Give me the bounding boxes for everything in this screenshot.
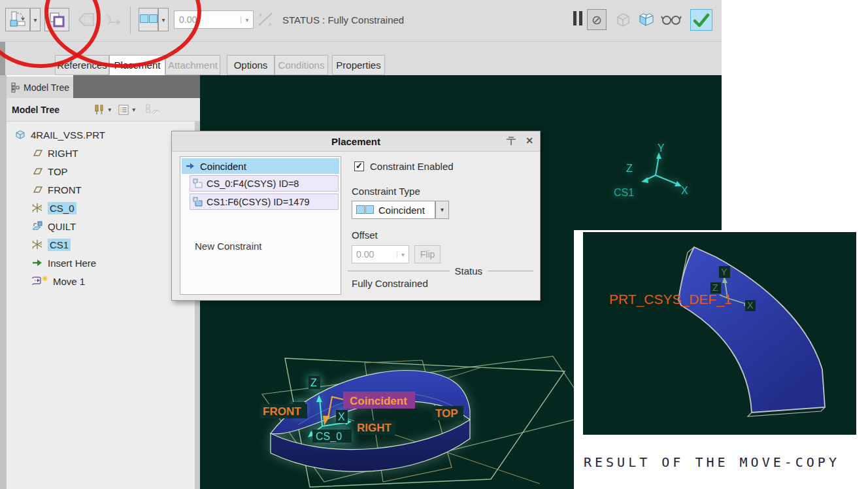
constraint-reference-2[interactable]: CS1:F6(CSYS) ID=1479: [190, 194, 339, 210]
coincident-callout-text: Coincident: [350, 395, 407, 407]
paste-button-disabled: [73, 8, 99, 31]
constraint-row-selected[interactable]: Coincident: [182, 158, 339, 174]
offset-value-field[interactable]: 0.00 ▾: [174, 10, 254, 29]
tree-item-move1[interactable]: ✳ Move 1: [7, 272, 195, 290]
wireframe-cube-icon: [614, 11, 631, 28]
constraint-reference-1[interactable]: CS_0:F4(CSYS) ID=8: [190, 175, 339, 192]
datum-plane-icon: [31, 165, 43, 177]
paste-special-icon: [105, 11, 123, 28]
quilt-icon: [31, 220, 43, 232]
svg-text:z: z: [32, 209, 34, 213]
right-plane-label[interactable]: RIGHT: [357, 422, 392, 434]
csys-ref-icon: [193, 197, 203, 207]
no-preview-icon: ⊘: [592, 12, 602, 27]
glasses-preview-button[interactable]: [660, 8, 682, 31]
tree-item-label: Insert Here: [48, 258, 96, 269]
move-copy-icon: [8, 10, 27, 29]
tree-item-part[interactable]: 4RAIL_VSS.PRT: [7, 126, 195, 144]
paste-icon: [76, 11, 96, 28]
datum-plane-icon: [31, 147, 43, 159]
paste-special-button-disabled: [102, 8, 125, 31]
result-csys-label: PRT_CSYS_DEF_1: [609, 292, 732, 307]
tree-item-cs1[interactable]: y z x CS1: [7, 235, 195, 254]
placement-dialog-titlebar[interactable]: Placement: [172, 131, 540, 152]
chevron-down-icon[interactable]: ▾: [108, 106, 111, 113]
tab-references[interactable]: References: [55, 55, 109, 75]
wireframe-preview-button-disabled: [613, 8, 633, 31]
tree-item-right-plane[interactable]: RIGHT: [7, 144, 195, 162]
tree-item-label: TOP: [48, 166, 68, 177]
tab-placement[interactable]: Placement: [109, 55, 165, 75]
tree-item-label: RIGHT: [48, 148, 78, 159]
new-constraint-item[interactable]: New Constraint: [195, 241, 262, 252]
tree-item-top-plane[interactable]: TOP: [7, 162, 195, 180]
chevron-down-icon[interactable]: ▾: [132, 106, 135, 113]
result-axis-y-label: Y: [721, 267, 727, 277]
constraint-type-quick-button[interactable]: [139, 8, 158, 31]
constraint-enabled-checkbox[interactable]: ✓: [354, 161, 364, 171]
tree-filters-icon[interactable]: [118, 104, 129, 116]
tree-item-label: Move 1: [53, 276, 85, 287]
chevron-down-icon: ▾: [397, 251, 409, 258]
coincident-icon: [356, 205, 374, 216]
tree-item-label: QUILT: [48, 221, 76, 232]
placement-dialog: Placement ✕ Coincident CS_0:F4(CSYS) ID=…: [171, 131, 541, 301]
cs0-label[interactable]: CS_0: [316, 431, 342, 443]
window-edge-strip: [0, 42, 5, 75]
constraint-type-dropdown-arrow[interactable]: ▾: [435, 201, 449, 219]
offset-input-value: 0.00: [352, 249, 397, 260]
tree-item-insert-here[interactable]: Insert Here: [7, 254, 195, 272]
model-tree-panel-tab[interactable]: Model Tree: [7, 76, 73, 98]
move-copy-dropdown[interactable]: ▾: [30, 8, 41, 31]
close-icon[interactable]: ✕: [526, 135, 533, 146]
front-plane-label[interactable]: FRONT: [263, 405, 301, 418]
tree-tools-icon[interactable]: [93, 104, 105, 116]
constraint-list[interactable]: Coincident CS_0:F4(CSYS) ID=8 CS1:F6(CSY…: [180, 156, 341, 295]
tree-item-quilt[interactable]: QUILT: [7, 217, 195, 235]
pause-button[interactable]: [570, 8, 586, 31]
svg-text:z: z: [32, 246, 34, 250]
constraint-type-combobox[interactable]: Coincident: [352, 201, 435, 219]
constraint-reference-label: CS1:F6(CSYS) ID=1479: [207, 197, 310, 207]
csys-ref-icon: [193, 178, 203, 189]
tab-conditions: Conditions: [275, 55, 328, 75]
status-group-label: Status: [455, 265, 483, 277]
toolbar-separator: [130, 7, 131, 34]
cs1-label[interactable]: CS1: [614, 187, 634, 198]
tab-options[interactable]: Options: [227, 55, 275, 75]
chevron-down-icon[interactable]: ▾: [241, 16, 253, 24]
chevron-down-icon: ▾: [161, 16, 165, 24]
coincident-icon: [140, 14, 158, 25]
model-tree-title: Model Tree: [12, 105, 59, 115]
constraint-arrow-icon: [186, 162, 195, 170]
result-inset-image: Y Z X PRT_CSYS_DEF_1: [583, 232, 856, 435]
constraint-type-quick-dropdown[interactable]: ▾: [158, 8, 169, 31]
model-tree-tab-label: Model Tree: [24, 82, 69, 93]
screenshot-stage: ▾ ▾ 0.00 ▾ ST: [0, 0, 868, 489]
result-part-body: [678, 247, 825, 416]
top-plane-label[interactable]: TOP: [435, 407, 458, 420]
geometry-preview-button[interactable]: [637, 8, 656, 31]
pause-icon: [572, 11, 584, 28]
tab-properties[interactable]: Properties: [332, 55, 385, 75]
copy-icon: [48, 10, 66, 29]
pin-icon[interactable]: [506, 137, 516, 146]
check-icon: [693, 13, 710, 27]
move-feature-icon: ✳: [31, 275, 48, 287]
dialog-status-value: Fully Constrained: [352, 278, 428, 289]
confirm-ok-button[interactable]: [690, 9, 712, 31]
copy-button[interactable]: [44, 8, 69, 31]
preview-book-icon: [637, 12, 656, 27]
svg-text:y: y: [32, 239, 34, 243]
constraint-enabled-label: Constraint Enabled: [370, 161, 454, 172]
tree-item-front-plane[interactable]: FRONT: [7, 180, 195, 199]
tab-attachment: Attachment: [165, 55, 220, 75]
move-copy-tool-button[interactable]: [5, 8, 30, 31]
cs1-triad[interactable]: Y Z X CS1: [614, 143, 688, 198]
status-group-separator: Status: [348, 265, 533, 277]
tree-item-label: CS1: [48, 239, 71, 251]
constraint-reference-label: CS_0:F4(CSYS) ID=8: [207, 178, 299, 189]
no-preview-toggle[interactable]: ⊘: [587, 9, 607, 30]
tree-item-cs0[interactable]: y z x CS_0: [7, 199, 195, 217]
show-hide-icon-disabled: [146, 104, 160, 116]
